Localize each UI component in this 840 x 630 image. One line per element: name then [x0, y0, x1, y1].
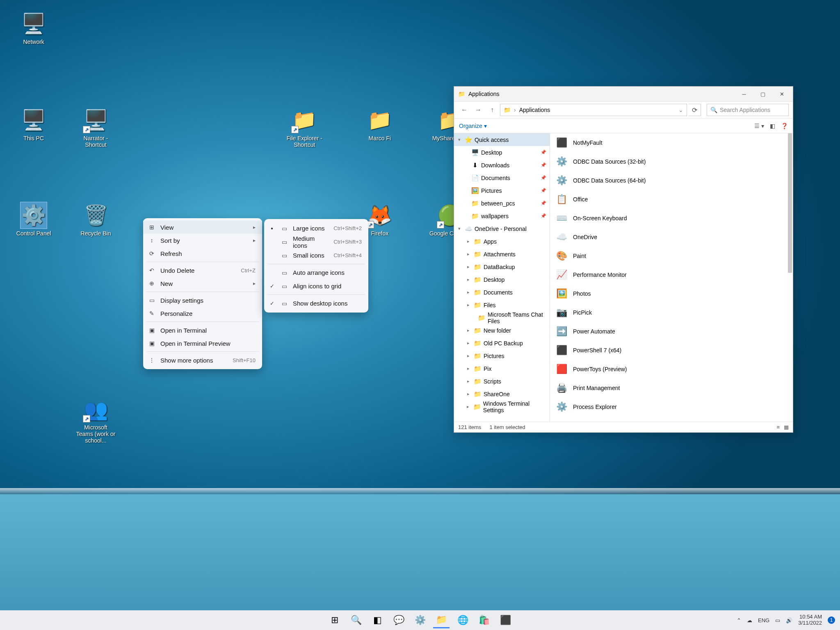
file-item[interactable]: 🟥 PowerToys (Preview)	[550, 360, 793, 379]
chevron-down-icon[interactable]: ⌄	[678, 107, 683, 113]
desktop-icon[interactable]: 🗑️ Recycle Bin	[75, 202, 116, 237]
menu-item[interactable]: ▭ Small icons Ctrl+Shift+4	[264, 249, 368, 262]
twisty-icon[interactable]: ▸	[466, 391, 471, 397]
volume-icon[interactable]: 🔊	[786, 617, 792, 623]
file-item[interactable]: 📈 Performance Monitor	[550, 265, 793, 284]
menu-item[interactable]: ▭ Medium icons Ctrl+Shift+3	[264, 235, 368, 249]
file-item[interactable]: ⚙️ ODBC Data Sources (32-bit)	[550, 152, 793, 171]
view-options-button[interactable]: ☰ ▾	[754, 123, 764, 129]
nav-item[interactable]: ▸ 📁 DataBackup	[454, 260, 550, 273]
help-button[interactable]: ❓	[781, 123, 788, 129]
maximize-button[interactable]: ▢	[753, 87, 772, 101]
menu-item[interactable]: ↕ Sort by ▸	[143, 234, 262, 247]
nav-item[interactable]: ▸ 📁 Pictures	[454, 349, 550, 362]
desktop-icon[interactable]: 🖥️ Network	[13, 11, 54, 45]
nav-item[interactable]: ▾ ⭐ Quick access	[454, 133, 550, 146]
desktop-icon[interactable]: 🖥️ This PC	[13, 107, 54, 142]
nav-item[interactable]: ▸ 📁 Scripts	[454, 375, 550, 388]
menu-item[interactable]: ⟳ Refresh	[143, 247, 262, 260]
file-item[interactable]: 🖨️ Print Management	[550, 379, 793, 397]
up-button[interactable]: ↑	[486, 104, 498, 116]
menu-item[interactable]: ✓ ▭ Show desktop icons	[264, 297, 368, 310]
menu-item[interactable]: ⋮ Show more options Shift+F10	[143, 354, 262, 367]
menu-item[interactable]: ▭ Display settings	[143, 294, 262, 307]
twisty-icon[interactable]: ▸	[466, 379, 471, 384]
menu-item[interactable]: ▣ Open in Terminal	[143, 324, 262, 337]
menu-item[interactable]: ▣ Open in Terminal Preview	[143, 337, 262, 350]
nav-item[interactable]: ▸ 📁 ShareOne	[454, 388, 550, 400]
file-item[interactable]: ⚙️ ODBC Data Sources (64-bit)	[550, 171, 793, 190]
file-item[interactable]: ☁️ OneDrive	[550, 228, 793, 247]
explorer-taskbar-button[interactable]: 📁	[433, 612, 450, 628]
file-item[interactable]: ➡️ Power Automate	[550, 322, 793, 341]
file-item[interactable]: 📷 PicPick	[550, 303, 793, 322]
twisty-icon[interactable]: ▸	[466, 353, 471, 358]
desktop-icon[interactable]: 👥 ↗ Microsoft Teams (work or school...	[75, 396, 116, 444]
twisty-icon[interactable]: ▸	[466, 366, 471, 371]
breadcrumb-box[interactable]: 📁 › Applications ⌄	[500, 104, 687, 116]
twisty-icon[interactable]: ▾	[457, 226, 462, 231]
taskbar-search-button[interactable]: 🔍	[348, 612, 364, 628]
file-item[interactable]: ⬛ PowerShell 7 (x64)	[550, 341, 793, 360]
nav-item[interactable]: 📁 between_pcs 📌	[454, 197, 550, 210]
desktop-icon[interactable]: ⚙️ Control Panel	[13, 202, 54, 237]
twisty-icon[interactable]: ▸	[466, 239, 471, 244]
menu-item[interactable]: ● ▭ Large icons Ctrl+Shift+2	[264, 221, 368, 235]
notification-badge[interactable]: 1	[828, 616, 835, 624]
nav-item[interactable]: ▸ 📁 Desktop	[454, 273, 550, 286]
file-item[interactable]: ⚙️ Process Explorer	[550, 397, 793, 416]
terminal-button[interactable]: ⬛	[497, 612, 514, 628]
twisty-icon[interactable]: ▸	[466, 404, 471, 409]
twisty-icon[interactable]: ▸	[466, 290, 471, 295]
back-button[interactable]: ←	[458, 104, 470, 116]
start-button[interactable]: ⊞	[326, 612, 343, 628]
twisty-icon[interactable]: ▸	[466, 251, 471, 257]
file-list[interactable]: ⬛ NotMyFault ⚙️ ODBC Data Sources (32-bi…	[550, 133, 793, 422]
menu-item[interactable]: ▭ Auto arrange icons	[264, 266, 368, 279]
nav-item[interactable]: 📁 wallpapers 📌	[454, 210, 550, 222]
tray-chevron-icon[interactable]: ⌃	[737, 617, 741, 623]
refresh-button[interactable]: ⟳	[689, 104, 701, 116]
desktop[interactable]: 🖥️ Network🖥️ This PC🖥️ ↗ Narrator - Shor…	[0, 0, 840, 630]
onedrive-tray-icon[interactable]: ☁	[747, 617, 752, 623]
twisty-icon[interactable]: ▾	[457, 137, 462, 142]
twisty-icon[interactable]: ▸	[466, 302, 471, 308]
search-input[interactable]: 🔍 Search Applications	[707, 104, 789, 116]
nav-item[interactable]: ▸ 📁 Files	[454, 299, 550, 311]
store-button[interactable]: 🛍️	[476, 612, 492, 628]
menu-item[interactable]: ⊞ View ▸	[143, 221, 262, 234]
language-indicator[interactable]: ENG	[758, 617, 769, 623]
file-item[interactable]: 📋 Office	[550, 190, 793, 209]
details-view-button[interactable]: ≡	[776, 424, 780, 430]
chat-button[interactable]: 💬	[390, 612, 407, 628]
file-item[interactable]: ⌨️ On-Screen Keyboard	[550, 209, 793, 228]
edge-button[interactable]: 🌐	[454, 612, 471, 628]
system-tray[interactable]: ⌃ ☁ ENG ▭ 🔊 10:54 AM 3/11/2022 1	[737, 614, 840, 626]
menu-item[interactable]: ⊕ New ▸	[143, 277, 262, 290]
nav-item[interactable]: ⬇ Downloads 📌	[454, 159, 550, 171]
breadcrumb-item[interactable]: Applications	[519, 107, 550, 113]
taskview-button[interactable]: ◧	[369, 612, 386, 628]
preview-pane-button[interactable]: ◧	[770, 123, 775, 129]
network-icon[interactable]: ▭	[775, 617, 780, 623]
nav-item[interactable]: ▸ 📁 Attachments	[454, 248, 550, 260]
menu-item[interactable]: ✎ Personalize	[143, 307, 262, 320]
menu-item[interactable]: ✓ ▭ Align icons to grid	[264, 279, 368, 293]
taskbar[interactable]: ⊞ 🔍 ◧ 💬 ⚙️ 📁 🌐 🛍️ ⬛ ⌃ ☁ ENG ▭ 🔊 10:54 AM…	[0, 610, 840, 630]
nav-item[interactable]: 🖼️ Pictures 📌	[454, 184, 550, 197]
organize-button[interactable]: Organize ▾	[459, 123, 487, 129]
desktop-icon[interactable]: 📁 ↗ File Explorer - Shortcut	[284, 107, 325, 148]
twisty-icon[interactable]: ▸	[466, 264, 471, 269]
file-item[interactable]: ⬛ NotMyFault	[550, 133, 793, 152]
clock[interactable]: 10:54 AM 3/11/2022	[798, 614, 822, 626]
nav-item[interactable]: 🖥️ Desktop 📌	[454, 146, 550, 159]
navigation-pane[interactable]: ▾ ⭐ Quick access 🖥️ Desktop 📌 ⬇ Download…	[454, 133, 550, 422]
nav-item[interactable]: ▾ ☁️ OneDrive - Personal	[454, 222, 550, 235]
nav-item[interactable]: 📁 Microsoft Teams Chat Files	[454, 311, 550, 324]
file-item[interactable]: 🖼️ Photos	[550, 284, 793, 303]
minimize-button[interactable]: ─	[735, 87, 753, 101]
twisty-icon[interactable]: ▸	[466, 277, 471, 282]
nav-item[interactable]: 📄 Documents 📌	[454, 171, 550, 184]
nav-item[interactable]: ▸ 📁 Windows Terminal Settings	[454, 400, 550, 413]
thumbnails-view-button[interactable]: ▦	[784, 424, 789, 430]
